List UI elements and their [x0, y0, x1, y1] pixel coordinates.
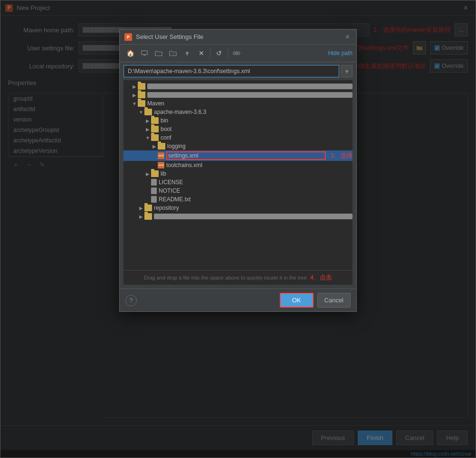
dialog-toolbar: 🏠 + ✕ ↺ Hide: [120, 45, 356, 62]
file-icon: [151, 187, 157, 194]
svg-text:+: +: [172, 53, 174, 56]
toolbar-separator: [210, 48, 210, 58]
path-input[interactable]: [124, 65, 339, 77]
xml-icon: xml: [158, 162, 164, 168]
select-settings-dialog: P Select User Settings File × 🏠 +: [119, 29, 357, 312]
drag-hint-text: Drag and drop a file into the space abov…: [144, 275, 307, 280]
file-icon: [151, 179, 157, 186]
tree-item-label: Maven: [147, 100, 352, 107]
tree-item-label: LICENSE: [159, 179, 352, 186]
tree-item-apache-maven[interactable]: ▼ apache-maven-3.6.3: [124, 108, 352, 116]
tree-item-readme[interactable]: README.txt: [124, 195, 352, 204]
tree-item-repository[interactable]: ▶ repository: [124, 204, 352, 212]
dialog-close-button[interactable]: ×: [343, 32, 352, 42]
expand-arrow[interactable]: ▶: [144, 127, 151, 132]
tree-item-bin[interactable]: ▶ bin: [124, 116, 352, 125]
annotation4: 4、点击: [310, 274, 332, 281]
tree-item[interactable]: ▶ ████ ████: [124, 91, 352, 99]
folder-icon: [151, 117, 159, 124]
tree-item[interactable]: ▶ ████ · ████: [124, 212, 352, 221]
dialog-cancel-button[interactable]: Cancel: [317, 293, 351, 308]
tree-item-label: toolchains.xml: [166, 162, 352, 168]
dialog-footer: ? OK Cancel: [120, 289, 356, 311]
toolbar-separator2: [228, 48, 228, 58]
toolbar-refresh-button[interactable]: ↺: [212, 47, 226, 59]
tree-item-lib[interactable]: ▶ lib: [124, 169, 352, 178]
ok-cancel-buttons: OK Cancel: [280, 293, 351, 308]
tree-item-label: boot: [161, 126, 352, 132]
dialog-icon: P: [124, 33, 132, 41]
tree-item-license[interactable]: LICENSE: [124, 178, 352, 187]
tree-item-settings-xml[interactable]: xml settings.xml 3、选择: [124, 150, 352, 161]
tree-item-boot[interactable]: ▶ boot: [124, 125, 352, 133]
dialog-title-bar: P Select User Settings File ×: [120, 29, 356, 45]
toolbar-home-button[interactable]: 🏠: [124, 47, 137, 59]
tree-item-label: settings.xml: [166, 151, 326, 160]
tree-item-label: apache-maven-3.6.3: [154, 109, 352, 115]
annotation3: 3、选择: [331, 151, 352, 160]
tree-item-logging[interactable]: ▶ logging: [124, 142, 352, 150]
folder-icon: [144, 213, 152, 220]
expand-arrow[interactable]: ▶: [131, 84, 138, 89]
file-tree[interactable]: ▶ ████ ▶ ████ ████ ▼ Maven: [124, 80, 352, 270]
tree-item-label: ████: [147, 84, 352, 89]
expand-arrow[interactable]: ▶: [144, 171, 151, 177]
dialog-title: Select User Settings File: [136, 33, 343, 40]
folder-icon: [158, 143, 165, 150]
expand-arrow[interactable]: ▶: [144, 118, 151, 123]
drag-hint: Drag and drop a file into the space abov…: [124, 270, 352, 285]
folder-icon: [151, 126, 159, 132]
tree-item-label: NOTICE: [159, 187, 352, 194]
file-icon: [151, 196, 157, 203]
tree-item-notice[interactable]: NOTICE: [124, 187, 352, 195]
folder-icon: [138, 83, 145, 90]
modal-overlay: P Select User Settings File × 🏠 +: [0, 0, 476, 458]
tree-item-label: repository: [154, 205, 352, 211]
tree-item-label: lib: [161, 170, 352, 177]
tree-item-label: bin: [161, 117, 352, 124]
svg-rect-4: [235, 53, 238, 54]
expand-arrow[interactable]: ▶: [151, 144, 158, 149]
folder-icon: [138, 92, 145, 98]
tree-item-label: logging: [167, 143, 352, 150]
dialog-help-button[interactable]: ?: [125, 295, 137, 306]
toolbar-new-folder-button[interactable]: [152, 47, 165, 59]
toolbar-desktop-button[interactable]: [138, 47, 151, 59]
toolbar-link-button[interactable]: [230, 47, 243, 59]
path-dropdown-button[interactable]: ▾: [341, 65, 352, 77]
expand-arrow[interactable]: ▶: [131, 93, 138, 98]
folder-icon: [144, 109, 152, 115]
toolbar-new-folder2-button[interactable]: +: [166, 47, 180, 59]
toolbar-delete-button[interactable]: ✕: [195, 47, 208, 59]
main-window: P New Project × Maven home path: 1、选择你的m…: [0, 0, 476, 458]
tree-item-toolchains-xml[interactable]: xml toolchains.xml: [124, 161, 352, 169]
tree-item-label: ████ ████: [147, 92, 352, 98]
folder-icon: [138, 100, 145, 107]
dialog-ok-button[interactable]: OK: [280, 293, 314, 308]
expand-arrow[interactable]: ▼: [144, 135, 151, 140]
folder-icon: [151, 134, 159, 141]
xml-icon: xml: [158, 152, 164, 159]
expand-arrow[interactable]: ▶: [138, 214, 144, 219]
expand-arrow[interactable]: ▼: [138, 110, 144, 115]
tree-item[interactable]: ▶ ████: [124, 82, 352, 91]
tree-item-maven[interactable]: ▼ Maven: [124, 99, 352, 108]
path-input-row: ▾: [120, 62, 356, 80]
tree-item-label: README.txt: [159, 196, 352, 203]
tree-item-label: ████ · ████: [154, 214, 352, 219]
hide-path-button[interactable]: Hide path: [328, 50, 352, 56]
expand-arrow[interactable]: ▶: [138, 206, 144, 211]
folder-icon: [151, 170, 159, 177]
folder-icon: [144, 205, 152, 211]
expand-arrow[interactable]: ▼: [131, 101, 138, 106]
tree-item-conf[interactable]: ▼ conf: [124, 133, 352, 142]
svg-rect-0: [142, 51, 147, 55]
svg-rect-1: [143, 55, 145, 56]
tree-item-label: conf: [161, 134, 352, 141]
toolbar-move-up-button[interactable]: [181, 47, 194, 59]
